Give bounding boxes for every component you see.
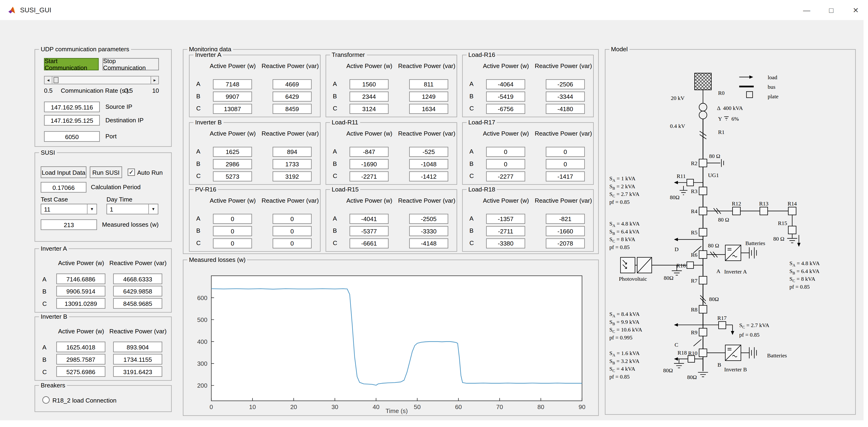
source-ip-field[interactable]: 147.162.95.116 <box>44 102 100 112</box>
model-label-r7: R7 <box>691 278 698 284</box>
transformer-c-reactive[interactable]: 1634 <box>409 104 448 114</box>
inverter-b-c-active[interactable]: 5273 <box>213 171 252 181</box>
inverter-a-active-b[interactable]: 9906.5914 <box>56 286 105 296</box>
load-input-data-button[interactable]: Load Input Data <box>41 166 86 178</box>
auto-run-checkbox[interactable]: ✓ <box>128 169 135 176</box>
inverter-b-reactive-c[interactable]: 3191.6423 <box>113 366 162 377</box>
inverter-b-reactive-a[interactable]: 893.904 <box>113 342 162 352</box>
inverter-a-reactive-c[interactable]: 8458.9685 <box>113 298 162 309</box>
measured-losses-field[interactable]: 213 <box>41 220 97 230</box>
slider-thumb[interactable] <box>54 77 59 83</box>
load-r11-a-reactive[interactable]: -525 <box>409 147 448 157</box>
load-r15-c-active[interactable]: -6661 <box>349 238 389 248</box>
chevron-down-icon[interactable]: ▼ <box>87 204 97 214</box>
load-r16-c-active[interactable]: -6756 <box>486 104 525 114</box>
inverter-b-active-a[interactable]: 1625.4018 <box>56 342 105 352</box>
row-label: B <box>333 227 337 234</box>
inverter-b-reactive-b[interactable]: 1734.1155 <box>113 354 162 365</box>
transformer-b-reactive[interactable]: 1249 <box>409 91 448 102</box>
load-r17-a-active[interactable]: 0 <box>486 147 525 157</box>
pv-r16-b-active[interactable]: 0 <box>213 226 252 236</box>
load-r15-a-reactive[interactable]: -2505 <box>409 214 448 224</box>
inverter-b-a-active[interactable]: 1625 <box>213 147 252 157</box>
transformer-a-reactive[interactable]: 811 <box>409 79 448 89</box>
row-label: B <box>469 227 474 234</box>
transformer-a-active[interactable]: 1560 <box>349 79 389 89</box>
load-r18-a-reactive[interactable]: -821 <box>546 214 585 224</box>
inverter-a-active-c[interactable]: 13091.0289 <box>56 298 105 309</box>
stop-communication-button[interactable]: Stop Communication <box>102 58 159 70</box>
inverter-b-active-b[interactable]: 2985.7587 <box>56 354 105 365</box>
load-r16-a-reactive[interactable]: -2506 <box>546 79 585 89</box>
matlab-icon <box>8 6 17 15</box>
communication-rate-slider[interactable]: ◄ ► <box>44 76 159 84</box>
load-r11-c-active[interactable]: -2271 <box>349 171 389 181</box>
load-r15-b-reactive[interactable]: -3330 <box>409 226 448 236</box>
run-susi-button[interactable]: Run SUSI <box>90 166 122 178</box>
inverter-a-b-active[interactable]: 9907 <box>213 91 252 102</box>
destination-ip-field[interactable]: 147.162.95.125 <box>44 115 100 126</box>
inverter-a-reactive-b[interactable]: 6429.9858 <box>113 286 162 296</box>
minimize-button[interactable]: — <box>795 0 819 20</box>
load-r17-a-reactive[interactable]: 0 <box>546 147 585 157</box>
load-r11-c-reactive[interactable]: -1412 <box>409 171 448 181</box>
pv-r16-c-reactive[interactable]: 0 <box>273 238 312 248</box>
chevron-down-icon[interactable]: ▼ <box>148 204 158 214</box>
pv-r16-b-reactive[interactable]: 0 <box>273 226 312 236</box>
model-label-b: B <box>717 362 721 368</box>
maximize-button[interactable]: □ <box>819 0 843 20</box>
load-r16-a-active[interactable]: -4064 <box>486 79 525 89</box>
slider-left-arrow-icon[interactable]: ◄ <box>45 77 53 84</box>
transformer-c-active[interactable]: 3124 <box>349 104 389 114</box>
load-r18-b-active[interactable]: -2711 <box>486 226 525 236</box>
inverter-a-reactive-a[interactable]: 4668.6333 <box>113 274 162 284</box>
load-r11-b-active[interactable]: -1690 <box>349 159 389 169</box>
annotation: pf = 0.85 <box>609 374 629 380</box>
inverter-b-b-reactive[interactable]: 1733 <box>273 159 312 169</box>
load-r18-a-active[interactable]: -1357 <box>486 214 525 224</box>
port-field[interactable]: 6050 <box>44 131 100 142</box>
slider-right-arrow-icon[interactable]: ► <box>151 77 158 84</box>
inverter-b-a-reactive[interactable]: 894 <box>273 147 312 157</box>
r18-2-load-connection-radio[interactable] <box>42 396 50 403</box>
transformer-b-active[interactable]: 2344 <box>349 91 389 102</box>
pv-r16-a-reactive[interactable]: 0 <box>273 214 312 224</box>
close-button[interactable]: ✕ <box>844 0 868 20</box>
load-r18-b-reactive[interactable]: -1660 <box>546 226 585 236</box>
load-r18-c-active[interactable]: -3380 <box>486 238 525 248</box>
pv-r16-c-active[interactable]: 0 <box>213 238 252 248</box>
load-r11-b-reactive[interactable]: -1048 <box>409 159 448 169</box>
slider-track[interactable] <box>52 77 151 84</box>
inverter-a-c-active[interactable]: 13087 <box>213 104 252 114</box>
column-header-active: Active Power (w) <box>477 197 535 204</box>
calculation-period-field[interactable]: 0.17066 <box>41 182 86 193</box>
load-r17-c-active[interactable]: -2277 <box>486 171 525 181</box>
pv-r16-a-active[interactable]: 0 <box>213 214 252 224</box>
load-r16-b-active[interactable]: -5419 <box>486 91 525 102</box>
inverter-a-active-a[interactable]: 7146.6886 <box>56 274 105 284</box>
load-r11-a-active[interactable]: -847 <box>349 147 389 157</box>
load-r17-b-active[interactable]: 0 <box>486 159 525 169</box>
inverter-b-c-reactive[interactable]: 3192 <box>273 171 312 181</box>
load-r16-c-reactive[interactable]: -4180 <box>546 104 585 114</box>
day-time-dropdown[interactable]: 1 ▼ <box>106 204 158 215</box>
inverter-a-c-reactive[interactable]: 8459 <box>273 104 312 114</box>
load-r17-c-reactive[interactable]: -1417 <box>546 171 585 181</box>
inverter-a-b-reactive[interactable]: 6429 <box>273 91 312 102</box>
inverter-a-a-active[interactable]: 7148 <box>213 79 252 89</box>
inverter-b-b-active[interactable]: 2986 <box>213 159 252 169</box>
test-case-dropdown[interactable]: 11 ▼ <box>41 204 97 215</box>
load-r15-b-active[interactable]: -5377 <box>349 226 389 236</box>
model-label-r6: R6 <box>691 252 698 258</box>
load-r16-b-reactive[interactable]: -3344 <box>546 91 585 102</box>
inverter-a-a-reactive[interactable]: 4669 <box>273 79 312 89</box>
monitoring-panel-load-r15: Load-R15Active Power (w)Reactive Power (… <box>326 189 457 252</box>
row-label: B <box>469 160 474 167</box>
load-r15-a-active[interactable]: -4041 <box>349 214 389 224</box>
destination-ip-label: Destination IP <box>105 117 144 123</box>
inverter-b-active-c[interactable]: 5275.6986 <box>56 366 105 377</box>
load-r18-c-reactive[interactable]: -2078 <box>546 238 585 248</box>
load-r15-c-reactive[interactable]: -4148 <box>409 238 448 248</box>
load-r17-b-reactive[interactable]: 0 <box>546 159 585 169</box>
start-communication-button[interactable]: Start Communication <box>44 58 99 70</box>
